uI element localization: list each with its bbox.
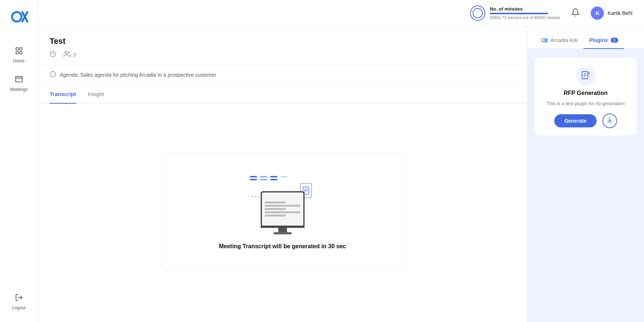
monitor-base (273, 232, 292, 234)
minutes-circle-icon (470, 5, 485, 21)
bell-button[interactable] (569, 7, 582, 20)
svg-rect-7 (15, 77, 22, 82)
avatar: K (591, 7, 604, 20)
meeting-agenda: Agenda: Sales agenda for pitching Arcadi… (38, 65, 527, 85)
sidebar: Home Meetings Logout (0, 0, 38, 322)
logout-icon (15, 294, 23, 303)
transcript-message: Meeting Transcript will be generated in … (219, 243, 346, 250)
transcript-placeholder: Meeting Transcript will be generated in … (162, 154, 403, 272)
main-content: No. of minutes 59941.72 minutes out of 6… (38, 0, 644, 322)
participant-count: 3 (73, 52, 76, 58)
clock-icon (50, 51, 56, 58)
generate-button[interactable]: Generate (554, 114, 597, 127)
meeting-tabs: Transcript Insight (38, 85, 527, 104)
right-panel-body: RFP Generation This is a test plugin for… (527, 49, 644, 322)
meeting-meta: 3 (50, 50, 515, 59)
meeting-participants: 3 (63, 50, 76, 59)
tab-insight[interactable]: Insight (88, 85, 104, 104)
minutes-sub: 59941.72 minutes out of 60000 minutes (490, 15, 560, 20)
plugins-label: Plugins (589, 37, 608, 43)
arcadia-ask-logo (540, 37, 548, 44)
user-name: Kartik Behl (608, 10, 632, 16)
svg-point-21 (542, 38, 545, 42)
lines-decoration (250, 176, 288, 180)
sidebar-item-home[interactable]: Home (4, 42, 34, 68)
plugin-icon (576, 66, 595, 85)
monitor-stand (278, 228, 287, 232)
right-panel-tabs: Arcadia Ask Plugins 1 (527, 26, 644, 49)
meeting-header: Test (38, 26, 527, 65)
tab-transcript[interactable]: Transcript (50, 85, 76, 104)
download-button[interactable] (602, 114, 617, 128)
tab-plugins[interactable]: Plugins 1 (583, 32, 624, 49)
bell-icon (571, 8, 580, 18)
arcadia-ask-label: Arcadia Ask (551, 37, 578, 43)
sidebar-item-meetings[interactable]: Meetings (4, 71, 34, 96)
svg-point-13 (65, 51, 67, 54)
transcript-icon-area (246, 176, 319, 234)
svg-rect-6 (19, 51, 22, 54)
monitor-container (261, 191, 304, 234)
minutes-title: No. of minutes (490, 6, 560, 12)
logout-label: Logout (12, 305, 26, 310)
svg-rect-5 (16, 51, 18, 54)
meeting-time (50, 51, 56, 58)
svg-point-0 (12, 12, 22, 22)
plugins-badge: 1 (611, 38, 618, 43)
sidebar-meetings-label: Meetings (10, 87, 28, 92)
plugin-card: RFP Generation This is a test plugin for… (535, 58, 637, 135)
download-icon (606, 117, 613, 125)
right-panel: Arcadia Ask Plugins 1 (527, 26, 644, 322)
home-icon (15, 47, 23, 56)
sidebar-home-label: Home (13, 58, 24, 64)
sidebar-logout[interactable]: Logout (4, 289, 34, 315)
minutes-info: No. of minutes 59941.72 minutes out of 6… (490, 6, 560, 20)
minutes-container: No. of minutes 59941.72 minutes out of 6… (470, 5, 560, 21)
meeting-title: Test (50, 37, 515, 46)
minutes-bar (490, 13, 548, 14)
agenda-icon (50, 71, 56, 79)
tab-arcadia-ask[interactable]: Arcadia Ask (535, 32, 583, 49)
minutes-bar-container (490, 13, 548, 14)
agenda-text: Agenda: Sales agenda for pitching Arcadi… (60, 72, 216, 78)
meeting-panel: Test (38, 26, 527, 322)
sidebar-nav: Home Meetings (4, 42, 34, 289)
svg-rect-3 (16, 48, 18, 50)
plugin-actions: Generate (554, 114, 617, 128)
minutes-circle-inner (473, 8, 483, 18)
plugin-title: RFP Generation (564, 90, 608, 96)
user-menu[interactable]: K Kartik Behl (591, 7, 632, 20)
monitor-icon (261, 191, 304, 228)
svg-rect-4 (19, 48, 22, 50)
meeting-body: Meeting Transcript will be generated in … (38, 104, 527, 322)
participants-icon (63, 50, 71, 59)
plugin-description: This is a test plugin for rfp generation (547, 101, 625, 106)
meetings-icon (15, 75, 23, 85)
monitor-screen (262, 192, 303, 226)
app-logo (9, 7, 28, 28)
header: No. of minutes 59941.72 minutes out of 6… (38, 0, 644, 26)
content-area: Test (38, 26, 644, 322)
